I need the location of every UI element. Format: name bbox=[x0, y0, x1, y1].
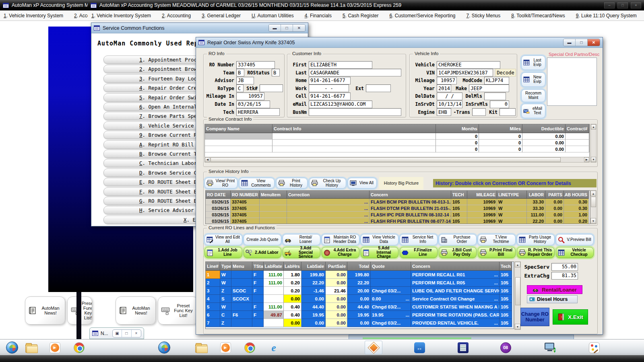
menu-item-9[interactable]: 8. Toolkit/Timecard/News bbox=[511, 13, 565, 19]
contract-hscrollbar[interactable]: ◀▶ bbox=[204, 157, 590, 162]
service-contract-grid[interactable]: Company NameContract InfoMonthsMilesDedu… bbox=[204, 124, 590, 161]
ro-toolbar-5-add-internal-charge[interactable]: 5.Add Internal Charge bbox=[361, 247, 398, 258]
ro-lines-vscrollbar[interactable]: ▲▼ bbox=[514, 261, 521, 330]
taskbar-app-08-icon[interactable]: 08 bbox=[497, 341, 514, 354]
history-row[interactable]: 03/26/15337405...FLASH IPC PER BULLETIN … bbox=[206, 212, 590, 218]
ro-line-row[interactable]: 6CF6F49.870.4019.950.0019.9519.95...PERF… bbox=[206, 311, 514, 319]
exit-button[interactable]: X.Exit bbox=[553, 309, 588, 325]
close-button[interactable]: ✕ bbox=[588, 39, 600, 46]
ro-toolbar-j-bill-cust-pay-only[interactable]: J.Bill Cust Pay Only bbox=[439, 247, 477, 258]
menu-item-5[interactable]: 4. Financials bbox=[305, 13, 332, 19]
scroll-thumb[interactable] bbox=[211, 157, 561, 162]
scroll-right-arrow[interactable]: ▶ bbox=[584, 157, 589, 162]
taskbar-start-orb-icon[interactable] bbox=[155, 341, 173, 354]
kit-field[interactable] bbox=[500, 108, 516, 116]
insrvdt-field[interactable]: 10/13/14 bbox=[437, 101, 462, 108]
first-field[interactable]: ELIZABETH bbox=[309, 61, 372, 69]
ro-line-row[interactable]: 3ZSCOCF0.20-1.4621.4620.00Chngd 03/2...L… bbox=[206, 287, 514, 295]
ro-toolbar-view-and-edit-all[interactable]: View and Edit All bbox=[204, 234, 242, 245]
menu-item-10[interactable]: 9. Luke 11:10 Query System bbox=[576, 13, 637, 19]
ro_number-field[interactable]: 337405 bbox=[236, 61, 275, 69]
automan-news-button[interactable]: AutoMan News! bbox=[25, 296, 65, 325]
taskbar-chrome-icon[interactable] bbox=[241, 341, 258, 354]
change-ro-number-button[interactable]: Change RO Number bbox=[520, 308, 549, 326]
year-field[interactable]: 2014 bbox=[437, 84, 451, 92]
taskbar-ie-icon[interactable]: e bbox=[265, 341, 283, 354]
side-button-email-text[interactable]: eMail Text bbox=[521, 104, 545, 118]
trans-field[interactable] bbox=[472, 108, 486, 116]
menu-item-8[interactable]: 7. Sticky Menus bbox=[466, 13, 501, 19]
ro-toolbar-1-add-job-line[interactable]: 1.Add Job Line bbox=[204, 247, 242, 258]
ro-toolbar-rental-loaner[interactable]: Rental/ Loaner bbox=[283, 234, 320, 245]
close-button[interactable]: × bbox=[132, 330, 141, 337]
ro-toolbar-purchase-order[interactable]: Purchase Order bbox=[439, 234, 477, 245]
maximize-button[interactable]: □ bbox=[576, 39, 588, 46]
ro-toolbar-maintain-ro-header-data[interactable]: Maintain RO Header Data bbox=[322, 234, 359, 245]
maximize-button[interactable]: □ bbox=[617, 2, 628, 8]
modcode-field[interactable]: KLJP74 bbox=[484, 77, 509, 84]
rotype-field[interactable]: C bbox=[236, 84, 244, 92]
deldate-field[interactable]: / / bbox=[437, 93, 462, 100]
taskbar-paint-icon[interactable] bbox=[585, 341, 603, 354]
insrvmls-field[interactable]: 0 bbox=[490, 101, 509, 108]
side-button-recomm-maint[interactable]: Recomm Maint bbox=[521, 89, 545, 102]
ro-toolbar-v-preview-bill[interactable]: V.Preview Bill bbox=[556, 234, 594, 245]
diesel-hours-button[interactable]: Diesel Hours bbox=[527, 295, 578, 303]
taskbar-diamond-app-icon[interactable] bbox=[365, 341, 382, 354]
taskbar-fax-app-icon[interactable] bbox=[454, 341, 472, 354]
ro-toolbar-service-net-info[interactable]: Service Net Info bbox=[400, 234, 438, 245]
contract-row[interactable]: 000.00 bbox=[205, 146, 589, 152]
ro-toolbar-3-add-special-service[interactable]: 3.Add Special Service bbox=[283, 247, 320, 258]
history-toolbar-view-print-ro[interactable]: View/ Print RO bbox=[204, 178, 237, 189]
scroll-down-arrow[interactable]: ▼ bbox=[591, 157, 596, 162]
scroll-down-arrow[interactable]: ▼ bbox=[590, 218, 596, 224]
scroll-left-arrow[interactable]: ◀ bbox=[205, 157, 210, 162]
bg-menu-item-2[interactable]: 2. Accounting bbox=[74, 13, 88, 19]
extrachg-input[interactable]: 81.35 bbox=[551, 272, 578, 280]
history-row[interactable]: 03/26/15337405...FLASH BCM PER BULLETIN … bbox=[206, 199, 590, 205]
ro-line-row[interactable]: 7Z0.000.000.000.00Chngd 03/2...PROVIDED … bbox=[206, 319, 514, 327]
busnm-field[interactable] bbox=[309, 108, 401, 116]
ro-toolbar-2-add-labor[interactable]: 2.Add Labor bbox=[244, 247, 281, 258]
taskbar-start-orb-icon[interactable] bbox=[3, 341, 21, 354]
menu-item-7[interactable]: 6. Customer/Service Reporting bbox=[389, 13, 455, 19]
menu-item-1[interactable]: 1. Vehicle Inventory System bbox=[91, 13, 151, 19]
ro-toolbar-t-view-techtime[interactable]: T.View Techtime bbox=[478, 234, 516, 245]
taskbar-chrome-icon[interactable] bbox=[70, 341, 88, 354]
taskbar-teamviewer-icon[interactable]: ↔ bbox=[411, 341, 428, 354]
engine-field[interactable]: EHB bbox=[437, 108, 451, 116]
contract-row[interactable]: 000.00 bbox=[205, 133, 589, 140]
ro-toolbar-view-vehicle-data[interactable]: View Vehicle Data bbox=[361, 234, 398, 245]
close-button[interactable]: ✕ bbox=[293, 25, 305, 31]
ro-line-row[interactable]: 4SSCOCX0.000.000.000.000.00...Service Co… bbox=[206, 295, 514, 303]
service-history-grid[interactable]: RO DATERO NUMBERMenuItemCorrectionConcer… bbox=[205, 190, 590, 224]
ro-toolbar-vehicle-checkup[interactable]: Vehicle Checkup bbox=[556, 247, 594, 258]
scf-titlebar[interactable]: Service Common Functions ▬ □ ✕ bbox=[91, 23, 308, 33]
mileage_in-field[interactable]: 10957 bbox=[236, 93, 264, 100]
side-button-new-evip[interactable]: New Evip bbox=[521, 72, 545, 87]
menu-item-4[interactable]: U. Automan Utilities bbox=[252, 13, 294, 19]
close-button[interactable]: × bbox=[631, 2, 641, 8]
ro-lines-grid[interactable]: Line#TypeMenuTStatLabRateLabHrsLabSalePa… bbox=[205, 261, 514, 329]
ro-toolbar-p-print-final-bill[interactable]: P.Print Final Bill bbox=[478, 247, 516, 258]
vehicle-field[interactable]: CHEROKEE bbox=[437, 61, 500, 69]
home-field[interactable]: 914-261-6677 bbox=[309, 77, 351, 84]
ro-toolbar-f-finalize-line[interactable]: F.Finalize Line bbox=[400, 247, 438, 258]
rostatus-field[interactable]: B bbox=[272, 69, 280, 76]
advisor-field[interactable]: JB bbox=[236, 77, 254, 84]
last-field[interactable]: CASAGRANDE bbox=[309, 69, 401, 76]
ro-line-row[interactable]: 2WF111.000.2022.200.0022.20PERFORM RECAL… bbox=[206, 279, 514, 287]
stk-field[interactable] bbox=[260, 84, 283, 92]
work-field[interactable]: - - bbox=[309, 84, 349, 92]
history-vscrollbar[interactable]: ▲▼ bbox=[590, 190, 597, 224]
vin-field[interactable]: 1C4PJMDSXEW236187 bbox=[437, 69, 493, 76]
restore-button[interactable]: ▣ bbox=[113, 330, 122, 337]
menu-item-6[interactable]: 5. Cash Register bbox=[343, 13, 378, 19]
minimize-button[interactable]: ▬ bbox=[564, 39, 576, 46]
maximize-button[interactable]: □ bbox=[122, 330, 131, 337]
taskbar-media-player-icon[interactable]: ▶ bbox=[217, 341, 234, 354]
scroll-thumb[interactable] bbox=[591, 197, 596, 207]
bg-menu-item-1[interactable]: 1. Vehicle Inventory System bbox=[4, 13, 63, 19]
tech-field[interactable]: HERRERA bbox=[236, 108, 280, 116]
history-row[interactable]: 03/26/15337405...FLASH DTCM PER BULLETIN… bbox=[206, 205, 590, 212]
